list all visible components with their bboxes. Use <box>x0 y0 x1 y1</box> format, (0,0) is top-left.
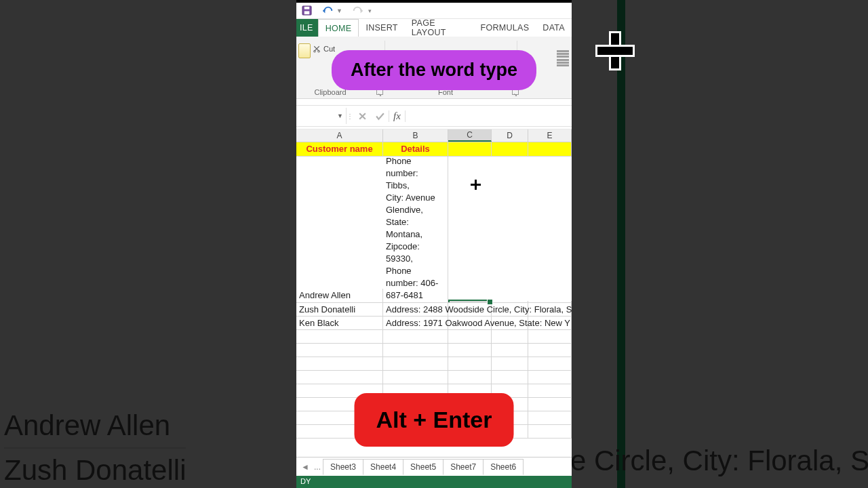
header-details[interactable]: Details <box>383 142 448 156</box>
table-row <box>296 344 572 357</box>
paste-icon[interactable] <box>298 43 311 58</box>
sheet-tab[interactable]: Sheet6 <box>483 459 524 475</box>
tab-formulas[interactable]: FORMULAS <box>473 19 536 37</box>
insert-function-icon[interactable]: fx <box>389 110 406 122</box>
backdrop-right-fragment: de Circle, City: Florala, S <box>555 445 868 477</box>
overlay-instruction-top: After the word type <box>332 50 536 90</box>
cell[interactable] <box>296 371 383 384</box>
tab-data[interactable]: DATA <box>536 19 572 37</box>
cell-B4-text: Address: 1971 Oakwood Avenue, State: New… <box>386 317 570 329</box>
cut-button[interactable]: Cut <box>313 45 335 53</box>
header-customer-name[interactable]: Customer name <box>296 142 383 156</box>
cell[interactable] <box>296 330 383 343</box>
ribbon-tabs: ILE HOME INSERT PAGE LAYOUT FORMULAS DAT… <box>296 19 572 37</box>
cut-label: Cut <box>323 45 335 53</box>
cell-A2[interactable]: Andrew Allen <box>296 289 383 302</box>
backdrop-stripe <box>617 0 625 488</box>
col-header-B[interactable]: B <box>383 129 448 142</box>
excel-window: ▼ ▾ ILE HOME INSERT PAGE LAYOUT FORMULAS… <box>296 0 572 488</box>
sheet-nav-more-icon[interactable]: ... <box>311 462 323 472</box>
cell[interactable] <box>528 398 572 411</box>
cell-A3[interactable]: Zush Donatelli <box>296 303 383 316</box>
cell[interactable] <box>528 384 572 397</box>
status-bar: DY <box>296 476 572 488</box>
svg-rect-2 <box>304 11 310 14</box>
tab-file[interactable]: ILE <box>296 19 318 37</box>
column-headers: A B C D E <box>296 129 572 142</box>
redo-icon[interactable] <box>352 6 364 16</box>
cell[interactable] <box>383 371 448 384</box>
col-header-E[interactable]: E <box>528 129 572 142</box>
tab-insert[interactable]: INSERT <box>359 19 404 37</box>
save-icon[interactable] <box>302 5 312 16</box>
overlay-shortcut: Alt + Enter <box>355 393 514 447</box>
svg-rect-1 <box>304 7 310 9</box>
cell[interactable] <box>492 344 528 357</box>
table-row <box>296 371 572 384</box>
cell-D1[interactable] <box>492 142 528 156</box>
cell[interactable] <box>492 330 528 343</box>
backdrop-names: Andrew Allen Zush Donatelli <box>4 404 186 488</box>
backdrop-name-1: Andrew Allen <box>4 404 186 449</box>
cell-E2[interactable] <box>528 301 572 302</box>
cursor-plus-icon <box>471 180 481 190</box>
cell-A4[interactable]: Ken Black <box>296 317 383 329</box>
cell-B2-text: Phone number: Tibbs, City: Avenue Glendi… <box>386 156 438 300</box>
sheet-tab-bar: ◄ ... Sheet3 Sheet4 Sheet5 Sheet7 Sheet6 <box>296 457 572 476</box>
sheet-tab[interactable]: Sheet7 <box>443 459 484 475</box>
table-row: Zush Donatelli Address: 2488 Woodside Ci… <box>296 303 572 317</box>
sheet-nav-prev-icon[interactable]: ◄ <box>299 462 311 472</box>
cell[interactable] <box>383 330 448 343</box>
status-ready: DY <box>300 477 311 485</box>
confirm-edit-icon[interactable] <box>371 108 389 124</box>
col-header-D[interactable]: D <box>492 129 528 142</box>
tab-home[interactable]: HOME <box>318 19 359 37</box>
cell-C1[interactable] <box>448 142 492 156</box>
alignment-icons[interactable] <box>557 50 569 61</box>
cell-C2-selected[interactable] <box>448 300 492 302</box>
cell[interactable] <box>528 411 572 424</box>
cell[interactable] <box>448 357 492 370</box>
col-header-A[interactable]: A <box>296 129 383 142</box>
table-row <box>296 330 572 344</box>
cell[interactable] <box>383 357 448 370</box>
undo-icon[interactable] <box>321 6 334 16</box>
undo-dropdown-icon[interactable]: ▼ <box>336 7 342 14</box>
table-row: Ken Black Address: 1971 Oakwood Avenue, … <box>296 317 572 330</box>
table-row: Andrew Allen Phone number: Tibbs, City: … <box>296 157 572 303</box>
tab-page-layout[interactable]: PAGE LAYOUT <box>405 19 474 37</box>
cell[interactable] <box>448 344 492 357</box>
cell-B2[interactable]: Phone number: Tibbs, City: Avenue Glendi… <box>383 155 448 302</box>
formula-input[interactable] <box>406 108 572 124</box>
cell[interactable] <box>528 330 572 343</box>
cell-E1[interactable] <box>528 142 572 156</box>
table-row <box>296 357 572 371</box>
cell[interactable] <box>528 371 572 384</box>
cell[interactable] <box>448 330 492 343</box>
backdrop-name-2: Zush Donatelli <box>4 449 186 488</box>
sheet-tab[interactable]: Sheet4 <box>363 459 403 475</box>
cell[interactable] <box>492 357 528 370</box>
cell-B4[interactable]: Address: 1971 Oakwood Avenue, State: New… <box>383 317 448 329</box>
sheet-tab[interactable]: Sheet3 <box>323 459 363 475</box>
cell[interactable] <box>528 344 572 357</box>
name-box-dropdown-icon[interactable]: ▼ <box>337 113 343 119</box>
quick-access-toolbar: ▼ ▾ <box>296 3 572 19</box>
formula-bar: ▼ ⋮ fx <box>296 105 572 127</box>
cell[interactable] <box>528 357 572 370</box>
cell[interactable] <box>528 425 572 438</box>
cell[interactable] <box>448 371 492 384</box>
qat-customize-icon[interactable]: ▾ <box>368 7 372 14</box>
cell[interactable] <box>383 344 448 357</box>
cell-B3[interactable]: Address: 2488 Woodside Circle, City: Flo… <box>383 303 448 316</box>
cell-D2[interactable] <box>492 301 528 302</box>
cell[interactable] <box>296 357 383 370</box>
cell[interactable] <box>296 344 383 357</box>
sheet-tab[interactable]: Sheet5 <box>403 459 443 475</box>
cell[interactable] <box>492 371 528 384</box>
fx-sep: ⋮ <box>347 113 353 120</box>
cancel-edit-icon[interactable] <box>353 108 371 124</box>
col-header-C[interactable]: C <box>448 129 492 142</box>
name-box[interactable]: ▼ <box>296 108 347 124</box>
cell-B3-text: Address: 2488 Woodside Circle, City: Flo… <box>386 304 572 316</box>
